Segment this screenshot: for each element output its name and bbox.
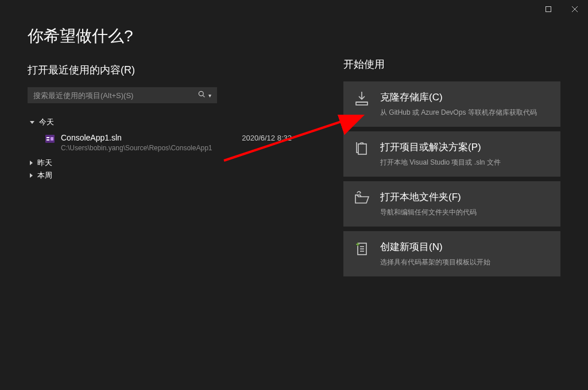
open-project-card[interactable]: 打开项目或解决方案(P) 打开本地 Visual Studio 项目或 .sln…: [343, 131, 560, 177]
open-project-icon: [354, 141, 370, 157]
recent-column: 你希望做什么? 打开最近使用的内容(R) ▾ 今天 ConsoleApp1.sl…: [28, 25, 309, 281]
chevron-right-icon: [30, 161, 33, 165]
new-project-icon: [354, 240, 370, 256]
start-column: 开始使用 克隆存储库(C) 从 GitHub 或 Azure DevOps 等联…: [343, 25, 560, 281]
card-desc: 从 GitHub 或 Azure DevOps 等联机存储库获取代码: [380, 107, 550, 118]
close-button[interactable]: [562, 0, 588, 18]
svg-rect-11: [356, 102, 368, 105]
clone-icon: [354, 91, 370, 107]
folder-icon: [354, 190, 370, 206]
clone-repo-card[interactable]: 克隆存储库(C) 从 GitHub 或 Azure DevOps 等联机存储库获…: [343, 81, 560, 127]
card-title: 创建新项目(N): [380, 240, 550, 253]
card-title: 打开本地文件夹(F): [380, 190, 550, 204]
open-folder-card[interactable]: 打开本地文件夹(F) 导航和编辑任何文件夹中的代码: [343, 181, 560, 227]
chevron-down-icon: [30, 121, 34, 124]
card-desc: 选择具有代码基架的项目模板以开始: [380, 257, 550, 267]
card-desc: 打开本地 Visual Studio 项目或 .sln 文件: [380, 157, 550, 167]
recent-item-name: ConsoleApp1.sln: [61, 133, 236, 142]
titlebar: [0, 0, 588, 18]
card-desc: 导航和编辑任何文件夹中的代码: [380, 207, 550, 217]
recent-group-today[interactable]: 今天: [28, 116, 309, 128]
new-project-card[interactable]: 创建新项目(N) 选择具有代码基架的项目模板以开始: [343, 231, 560, 276]
group-label: 昨天: [37, 158, 52, 168]
search-bar[interactable]: ▾: [28, 87, 217, 103]
svg-rect-8: [51, 137, 53, 141]
start-title: 开始使用: [343, 57, 560, 71]
recent-item-path: C:\Users\bobin.yang\Source\Repos\Console…: [61, 144, 236, 152]
card-title: 克隆存储库(C): [380, 91, 550, 104]
recent-group-thisweek[interactable]: 本周: [28, 169, 309, 182]
search-input[interactable]: [33, 91, 198, 100]
maximize-button[interactable]: [535, 0, 562, 18]
svg-rect-7: [47, 139, 49, 141]
page-title: 你希望做什么?: [28, 25, 309, 47]
svg-rect-0: [546, 7, 551, 12]
solution-icon: [45, 134, 55, 144]
group-label: 今天: [39, 117, 54, 127]
recent-item-date: 2020/6/12 8:32: [242, 134, 309, 142]
recent-title: 打开最近使用的内容(R): [28, 63, 309, 77]
recent-group-yesterday[interactable]: 昨天: [28, 157, 309, 169]
chevron-right-icon: [30, 173, 33, 178]
svg-line-4: [203, 95, 205, 97]
search-icon: ▾: [198, 91, 211, 100]
card-title: 打开项目或解决方案(P): [380, 141, 550, 154]
svg-point-3: [199, 91, 204, 96]
svg-rect-12: [358, 144, 366, 154]
svg-rect-6: [47, 137, 49, 138]
group-label: 本周: [37, 170, 52, 181]
recent-item[interactable]: ConsoleApp1.sln C:\Users\bobin.yang\Sour…: [28, 128, 309, 157]
